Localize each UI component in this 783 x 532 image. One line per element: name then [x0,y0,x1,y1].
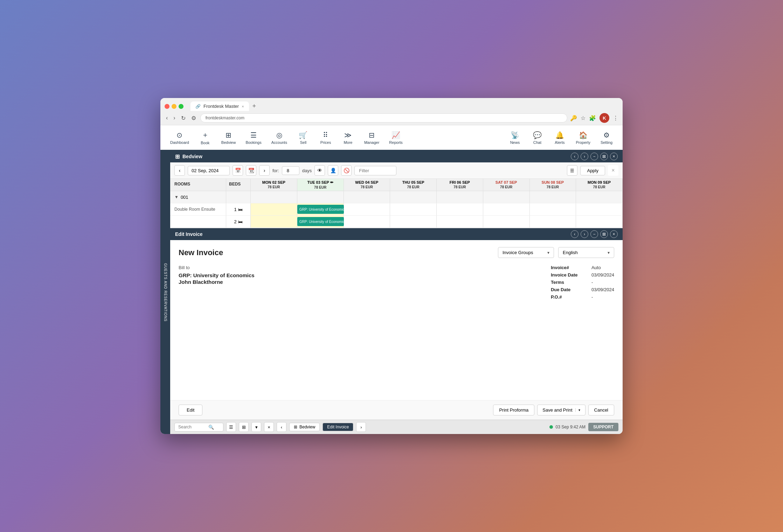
bedview-next-button[interactable]: › [581,153,588,160]
booking-bar-bed2[interactable]: GRP: University of Economics [297,217,344,226]
cancel-button[interactable]: Cancel [588,405,614,415]
col-day-4: FRI 06 SEP 78 EUR [437,179,483,191]
keys-icon: 🔑 [570,115,577,121]
bottom-grid-button[interactable]: ⊞ [239,422,249,432]
bed-row-2: 2 🛏 GRP: University of Economics [170,216,623,228]
minimize-button[interactable] [172,104,176,109]
bed-icon-1: 🛏 [238,207,243,212]
days-input[interactable] [282,166,299,175]
toolbar-item-manager[interactable]: ⊟ Manager [360,129,383,147]
bedview-tab[interactable]: ⊞ Bedview [289,423,320,431]
footer-right: Print Proforma Save and Print ▾ Cancel [493,405,614,415]
toolbar-label-bookings: Bookings [245,140,261,145]
close-button[interactable] [165,104,169,109]
people-filter-button[interactable]: 👤 [328,165,338,176]
toolbar-item-bookings[interactable]: ☰ Bookings [241,129,265,147]
save-print-dropdown-icon[interactable]: ▾ [575,408,580,412]
grid-menu-button[interactable]: ☰ [567,165,577,176]
browser-nav: ‹ › ↻ ⚙ frontdeskmaster.com 🔑 ☆ 🧩 K ⋮ [160,111,623,125]
support-button[interactable]: SUPPORT [588,423,618,431]
search-box[interactable]: 🔍 [174,423,223,432]
toolbar-item-sell[interactable]: 🛒 Sell [293,129,314,147]
booking-bar-bed1[interactable]: GRP: University of Economics [297,205,344,214]
col-day-6: SUN 08 SEP 78 EUR [530,179,576,191]
apply-button[interactable]: Apply [580,166,605,175]
bottom-prev-button[interactable]: ‹ [277,422,286,432]
edit-invoice-tab[interactable]: Edit Invoice [323,423,353,431]
invoice-prev-button[interactable]: ‹ [571,230,578,238]
toolbar-label-property: Property [576,140,590,145]
clear-filter-button[interactable]: × [608,165,618,176]
bookmark-icon[interactable]: ☆ [581,115,585,121]
extensions-icon[interactable]: 🧩 [589,115,596,121]
toolbar-item-property[interactable]: 🏠 Property [571,129,595,147]
back-button[interactable]: ‹ [165,113,169,122]
language-dropdown[interactable]: English ▾ [558,247,614,258]
toolbar-item-reports[interactable]: 📈 Reports [385,129,407,147]
toolbar-item-alerts[interactable]: 🔔 Alerts [549,129,570,147]
invoice-close-button[interactable]: × [610,230,618,238]
toolbar-item-accounts[interactable]: ◎ Accounts [267,129,291,147]
bedview-tab-icon: ⊞ [294,425,297,429]
bedview-tab-label: Bedview [299,425,315,429]
bottom-next-button[interactable]: › [356,422,366,432]
forward-button[interactable]: › [172,113,176,122]
search-input[interactable] [178,425,206,429]
invoice-minimize-button[interactable]: − [590,230,598,238]
bedview-expand-button[interactable]: ⊠ [600,153,608,160]
bedview-grid: ROOMS BEDS MON 02 SEP 78 EUR TUE 03 SEP … [170,179,623,228]
bedview-toolbar: ‹ 📅 📆 › for: days 👁 👤 🚫 ☰ Apply × [170,162,623,179]
refresh-button[interactable]: ↻ [180,113,187,123]
new-tab-button[interactable]: + [250,103,258,110]
toolbar-item-bedview[interactable]: ⊞ Bedview [217,129,240,147]
toolbar-item-prices[interactable]: ⠿ Prices [315,129,336,147]
calendar-alt-button[interactable]: 📆 [246,165,256,176]
bed2-room-cell [170,216,226,227]
toolbar-item-chat[interactable]: 💬 Chat [527,129,548,147]
calendar-icon-button[interactable]: 📅 [233,165,243,176]
date-input[interactable] [188,166,230,175]
room-name-001[interactable]: ▼ 001 [170,191,226,203]
nav-settings-button[interactable]: ⚙ [190,113,198,123]
invoice-next-button[interactable]: › [581,230,588,238]
maximize-button[interactable] [179,104,183,109]
bed2-day-3 [390,216,437,227]
collapse-icon[interactable]: ▼ [174,195,179,200]
no-entry-button[interactable]: 🚫 [341,165,352,176]
more-menu-icon[interactable]: ⋮ [613,115,618,121]
save-print-button[interactable]: Save and Print ▾ [537,405,585,415]
bedview-prev-button[interactable]: ‹ [571,153,578,160]
address-bar[interactable]: frontdeskmaster.com [200,113,567,122]
sell-icon: 🛒 [299,131,307,139]
bed2-day-5 [483,216,530,227]
chevron-down-icon: ▾ [547,250,549,255]
view-toggle-button[interactable]: 👁 [314,165,325,176]
prices-icon: ⠿ [323,131,328,139]
invoice-panel-header: Edit Invoice ‹ › − ⊠ × [170,228,623,240]
invoice-groups-dropdown[interactable]: Invoice Groups ▾ [498,247,554,258]
toolbar-item-setting[interactable]: ⚙ Setting [596,129,617,147]
bottom-close-button[interactable]: × [264,422,274,432]
bottom-menu-button[interactable]: ☰ [226,422,236,432]
browser-tab[interactable]: 🔗 Frontdesk Master × [190,102,249,111]
toolbar-item-news[interactable]: 📡 News [504,129,525,147]
bed1-day-5 [483,203,530,215]
invoice-expand-button[interactable]: ⊠ [600,230,608,238]
meta-po-num: P.O.# - [551,294,614,300]
edit-button[interactable]: Edit [179,405,202,415]
toolbar-item-more[interactable]: ≫ More [338,129,359,147]
bed-number-2: 2 🛏 [226,216,251,227]
date-next-button[interactable]: › [259,165,270,176]
bottom-chevron-button[interactable]: ▾ [251,422,261,432]
toolbar-item-dashboard[interactable]: ⊙ Dashboard [166,129,193,147]
print-proforma-button[interactable]: Print Proforma [493,405,534,415]
bedview-minimize-button[interactable]: − [590,153,598,160]
tab-close-button[interactable]: × [242,104,244,108]
filter-input[interactable] [354,166,396,175]
user-avatar[interactable]: K [600,113,609,123]
toolbar-item-book[interactable]: ＋ Book [195,128,216,147]
col-day-5: SAT 07 SEP 78 EUR [483,179,530,191]
date-prev-button[interactable]: ‹ [174,165,185,176]
room-day-7 [576,191,623,203]
bedview-close-button[interactable]: × [610,153,618,160]
